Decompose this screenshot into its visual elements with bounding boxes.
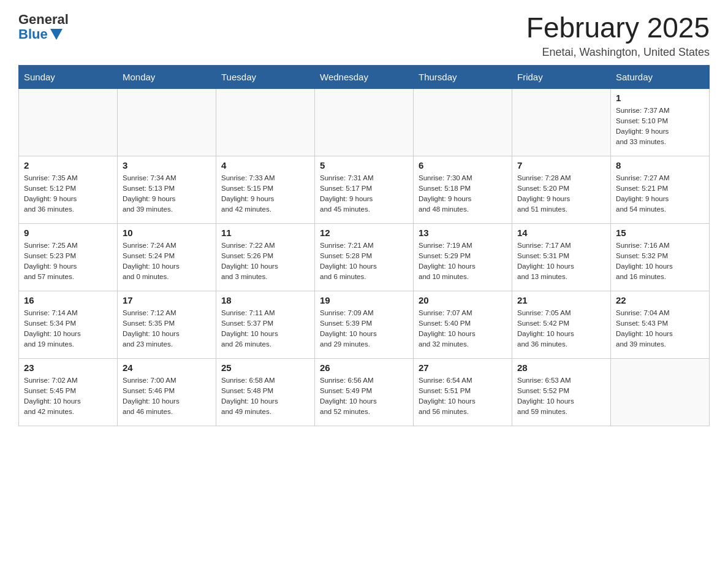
- day-number: 17: [123, 295, 211, 305]
- weekday-header: Saturday: [611, 65, 710, 88]
- day-number: 18: [221, 295, 309, 305]
- day-number: 7: [517, 160, 605, 170]
- logo-blue: Blue: [18, 27, 48, 42]
- calendar-day-cell: 6Sunrise: 7:30 AM Sunset: 5:18 PM Daylig…: [414, 156, 512, 223]
- calendar-day-cell: 2Sunrise: 7:35 AM Sunset: 5:12 PM Daylig…: [19, 156, 118, 223]
- day-info: Sunrise: 7:04 AM Sunset: 5:43 PM Dayligh…: [616, 308, 704, 350]
- calendar-day-cell: 25Sunrise: 6:58 AM Sunset: 5:48 PM Dayli…: [216, 358, 315, 426]
- day-number: 8: [616, 160, 704, 170]
- day-number: 15: [616, 228, 704, 238]
- calendar-week-row: 9Sunrise: 7:25 AM Sunset: 5:23 PM Daylig…: [19, 223, 710, 291]
- day-info: Sunrise: 7:11 AM Sunset: 5:37 PM Dayligh…: [221, 308, 309, 350]
- calendar-day-cell: 22Sunrise: 7:04 AM Sunset: 5:43 PM Dayli…: [611, 291, 710, 358]
- calendar-day-cell: 3Sunrise: 7:34 AM Sunset: 5:13 PM Daylig…: [118, 156, 216, 223]
- weekday-header: Sunday: [19, 65, 118, 88]
- day-info: Sunrise: 6:53 AM Sunset: 5:52 PM Dayligh…: [517, 375, 605, 418]
- day-info: Sunrise: 7:21 AM Sunset: 5:28 PM Dayligh…: [320, 240, 408, 283]
- calendar-day-cell: [315, 88, 414, 156]
- calendar-day-cell: 7Sunrise: 7:28 AM Sunset: 5:20 PM Daylig…: [512, 156, 611, 223]
- day-info: Sunrise: 6:56 AM Sunset: 5:49 PM Dayligh…: [320, 375, 408, 418]
- calendar-day-cell: [118, 88, 216, 156]
- day-number: 21: [517, 295, 605, 305]
- day-number: 12: [320, 228, 408, 238]
- calendar-day-cell: 17Sunrise: 7:12 AM Sunset: 5:35 PM Dayli…: [118, 291, 216, 358]
- calendar-day-cell: [414, 88, 512, 156]
- day-info: Sunrise: 7:34 AM Sunset: 5:13 PM Dayligh…: [123, 173, 211, 215]
- weekday-header: Thursday: [414, 65, 512, 88]
- logo-triangle-icon: [50, 29, 63, 40]
- calendar-week-row: 2Sunrise: 7:35 AM Sunset: 5:12 PM Daylig…: [19, 156, 710, 223]
- calendar-day-cell: 28Sunrise: 6:53 AM Sunset: 5:52 PM Dayli…: [512, 358, 611, 426]
- day-number: 27: [419, 362, 507, 373]
- logo-general: General: [18, 12, 69, 27]
- calendar-day-cell: 10Sunrise: 7:24 AM Sunset: 5:24 PM Dayli…: [118, 223, 216, 291]
- calendar-day-cell: 1Sunrise: 7:37 AM Sunset: 5:10 PM Daylig…: [611, 88, 710, 156]
- day-number: 23: [24, 362, 112, 373]
- day-number: 3: [123, 160, 211, 170]
- day-number: 1: [616, 93, 704, 103]
- day-number: 6: [419, 160, 507, 170]
- day-number: 25: [221, 362, 309, 373]
- day-info: Sunrise: 7:02 AM Sunset: 5:45 PM Dayligh…: [24, 375, 112, 418]
- day-info: Sunrise: 7:16 AM Sunset: 5:32 PM Dayligh…: [616, 240, 704, 283]
- calendar-day-cell: 27Sunrise: 6:54 AM Sunset: 5:51 PM Dayli…: [414, 358, 512, 426]
- day-info: Sunrise: 6:54 AM Sunset: 5:51 PM Dayligh…: [419, 375, 507, 418]
- day-info: Sunrise: 7:00 AM Sunset: 5:46 PM Dayligh…: [123, 375, 211, 418]
- calendar-day-cell: 21Sunrise: 7:05 AM Sunset: 5:42 PM Dayli…: [512, 291, 611, 358]
- day-info: Sunrise: 7:33 AM Sunset: 5:15 PM Dayligh…: [221, 173, 309, 215]
- day-number: 16: [24, 295, 112, 305]
- day-info: Sunrise: 7:19 AM Sunset: 5:29 PM Dayligh…: [419, 240, 507, 283]
- day-info: Sunrise: 7:28 AM Sunset: 5:20 PM Dayligh…: [517, 173, 605, 215]
- day-number: 5: [320, 160, 408, 170]
- calendar-week-row: 23Sunrise: 7:02 AM Sunset: 5:45 PM Dayli…: [19, 358, 710, 426]
- location-subtitle: Enetai, Washington, United States: [526, 46, 710, 59]
- day-info: Sunrise: 7:30 AM Sunset: 5:18 PM Dayligh…: [419, 173, 507, 215]
- day-info: Sunrise: 7:14 AM Sunset: 5:34 PM Dayligh…: [24, 308, 112, 350]
- day-info: Sunrise: 7:27 AM Sunset: 5:21 PM Dayligh…: [616, 173, 704, 215]
- weekday-header: Friday: [512, 65, 611, 88]
- day-number: 19: [320, 295, 408, 305]
- weekday-header: Wednesday: [315, 65, 414, 88]
- month-title: February 2025: [526, 12, 710, 44]
- calendar-day-cell: 26Sunrise: 6:56 AM Sunset: 5:49 PM Dayli…: [315, 358, 414, 426]
- day-number: 22: [616, 295, 704, 305]
- day-info: Sunrise: 7:05 AM Sunset: 5:42 PM Dayligh…: [517, 308, 605, 350]
- calendar-day-cell: [19, 88, 118, 156]
- day-info: Sunrise: 7:12 AM Sunset: 5:35 PM Dayligh…: [123, 308, 211, 350]
- calendar-day-cell: 24Sunrise: 7:00 AM Sunset: 5:46 PM Dayli…: [118, 358, 216, 426]
- weekday-header: Tuesday: [216, 65, 315, 88]
- calendar-day-cell: 19Sunrise: 7:09 AM Sunset: 5:39 PM Dayli…: [315, 291, 414, 358]
- day-number: 24: [123, 362, 211, 373]
- page-header: General Blue February 2025 Enetai, Washi…: [18, 12, 710, 59]
- calendar-day-cell: [611, 358, 710, 426]
- calendar-week-row: 1Sunrise: 7:37 AM Sunset: 5:10 PM Daylig…: [19, 88, 710, 156]
- calendar-day-cell: 15Sunrise: 7:16 AM Sunset: 5:32 PM Dayli…: [611, 223, 710, 291]
- calendar-day-cell: 9Sunrise: 7:25 AM Sunset: 5:23 PM Daylig…: [19, 223, 118, 291]
- weekday-header: Monday: [118, 65, 216, 88]
- calendar-day-cell: 14Sunrise: 7:17 AM Sunset: 5:31 PM Dayli…: [512, 223, 611, 291]
- logo: General Blue: [18, 12, 69, 42]
- day-info: Sunrise: 7:22 AM Sunset: 5:26 PM Dayligh…: [221, 240, 309, 283]
- day-number: 9: [24, 228, 112, 238]
- calendar-day-cell: 18Sunrise: 7:11 AM Sunset: 5:37 PM Dayli…: [216, 291, 315, 358]
- svg-marker-0: [50, 29, 63, 40]
- calendar-day-cell: 12Sunrise: 7:21 AM Sunset: 5:28 PM Dayli…: [315, 223, 414, 291]
- day-info: Sunrise: 6:58 AM Sunset: 5:48 PM Dayligh…: [221, 375, 309, 418]
- day-number: 26: [320, 362, 408, 373]
- calendar-day-cell: 16Sunrise: 7:14 AM Sunset: 5:34 PM Dayli…: [19, 291, 118, 358]
- calendar-day-cell: 13Sunrise: 7:19 AM Sunset: 5:29 PM Dayli…: [414, 223, 512, 291]
- day-number: 14: [517, 228, 605, 238]
- calendar-day-cell: 11Sunrise: 7:22 AM Sunset: 5:26 PM Dayli…: [216, 223, 315, 291]
- title-block: February 2025 Enetai, Washington, United…: [526, 12, 710, 59]
- day-info: Sunrise: 7:09 AM Sunset: 5:39 PM Dayligh…: [320, 308, 408, 350]
- calendar-day-cell: [216, 88, 315, 156]
- day-info: Sunrise: 7:07 AM Sunset: 5:40 PM Dayligh…: [419, 308, 507, 350]
- day-number: 11: [221, 228, 309, 238]
- day-info: Sunrise: 7:24 AM Sunset: 5:24 PM Dayligh…: [123, 240, 211, 283]
- calendar-header-row: SundayMondayTuesdayWednesdayThursdayFrid…: [19, 65, 710, 88]
- day-number: 20: [419, 295, 507, 305]
- day-info: Sunrise: 7:35 AM Sunset: 5:12 PM Dayligh…: [24, 173, 112, 215]
- calendar-day-cell: 23Sunrise: 7:02 AM Sunset: 5:45 PM Dayli…: [19, 358, 118, 426]
- calendar-day-cell: 20Sunrise: 7:07 AM Sunset: 5:40 PM Dayli…: [414, 291, 512, 358]
- calendar-table: SundayMondayTuesdayWednesdayThursdayFrid…: [18, 65, 710, 426]
